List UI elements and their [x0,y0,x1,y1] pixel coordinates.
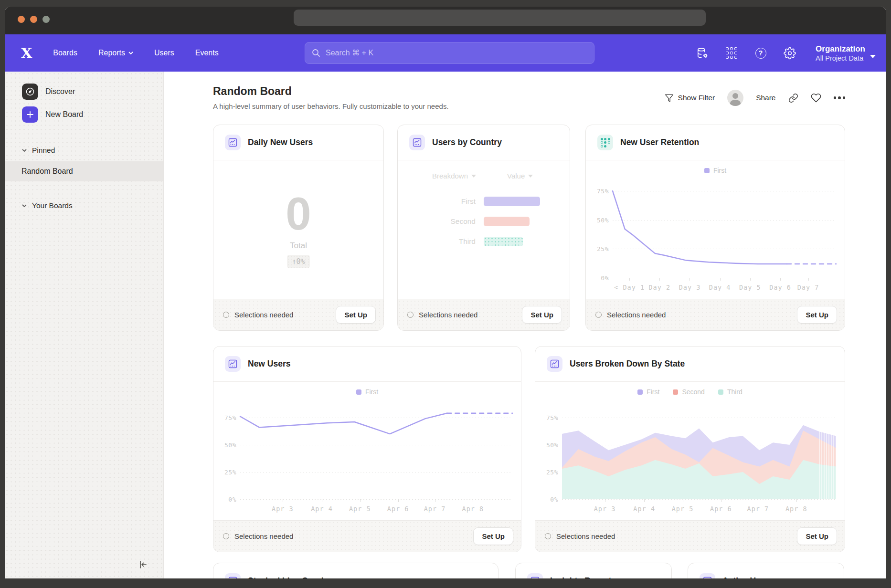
retention-line-chart: First75%50%25%0%< Day 1Day 2Day 3Day 4Da… [586,160,845,299]
country-row: First [398,197,570,206]
traffic-lights[interactable] [18,16,50,23]
row-bar [484,237,523,246]
y-axis-label: 75% [537,414,558,421]
insights-chart-icon [527,573,543,579]
card-status: Selections needed [223,311,293,319]
chart-legend: First [213,388,521,396]
nav-item-label: Events [195,49,219,57]
metric-delta-badge: ↑0% [287,255,309,268]
value-dropdown[interactable]: Value [507,172,533,180]
x-axis-tick [808,278,809,281]
gear-icon[interactable] [784,47,796,59]
screen: X Boards Reports Users Events [0,0,891,588]
sidebar-section-your-boards[interactable]: Your Boards [22,198,163,214]
top-navbar: X Boards Reports Users Events [5,34,886,72]
card-users-broken-down-by-state: Users Broken Down By State FirstSecondTh… [535,346,845,552]
status-circle-icon [595,312,602,318]
chevron-down-icon [22,149,27,152]
chevron-down-icon [528,175,533,178]
legend-item[interactable]: First [704,167,726,174]
nav-item-label: Boards [53,49,77,57]
sidebar-item-random-board[interactable]: Random Board [5,161,163,181]
gridline [562,499,836,500]
metric-label: Total [290,241,307,251]
x-axis-label: Apr 5 [349,505,371,513]
row-label: Second [398,217,476,226]
link-icon[interactable] [788,93,798,103]
apps-grid-icon[interactable] [725,47,738,59]
chart-plot-area: 75%50%25%0%Apr 3Apr 4Apr 5Apr 6Apr 7Apr … [562,407,836,499]
minimize-window-button[interactable] [30,16,37,23]
org-switcher[interactable]: Organization All Project Data [816,44,876,62]
x-axis-tick [720,278,721,281]
search-input[interactable] [326,49,587,57]
mixpanel-logo[interactable]: X [21,45,32,61]
sidebar-section-pinned[interactable]: Pinned [22,142,163,158]
row-bar [484,217,530,226]
nav-menu: Boards Reports Users Events [53,49,218,57]
x-axis-tick [780,278,781,281]
legend-swatch-icon [356,389,361,395]
breakdown-dropdown[interactable]: Breakdown [404,172,476,180]
status-label: Selections needed [234,532,293,540]
legend-item[interactable]: Second [673,388,704,396]
nav-item-users[interactable]: Users [154,49,174,57]
x-axis-tick [796,499,797,502]
status-label: Selections needed [419,311,477,319]
data-management-icon[interactable] [696,47,709,59]
address-bar[interactable] [294,10,706,26]
metric-value: 0 [286,191,311,237]
y-axis-label: 25% [215,468,236,475]
card-active-users: Active Users [688,563,844,578]
set-up-button[interactable]: Set Up [797,306,837,324]
sidebar-item-new-board[interactable]: New Board [22,103,163,126]
card-status: Selections needed [595,311,666,319]
zoom-window-button[interactable] [42,16,50,23]
card-title: Daily New Users [248,137,313,147]
collapse-sidebar-icon[interactable] [138,560,148,569]
x-axis-label: Apr 6 [387,505,409,513]
x-axis-label: Apr 5 [672,505,694,513]
x-axis-tick [683,499,683,502]
legend-item[interactable]: First [356,388,378,396]
main-content: Random Board A high-level summary of use… [164,72,886,578]
window-titlebar [5,7,886,34]
legend-item[interactable]: First [637,388,659,396]
sidebar-footer [5,550,163,578]
more-options-icon[interactable] [834,96,846,99]
help-icon[interactable]: ? [754,47,767,59]
card-title: Insights Report [550,576,611,579]
set-up-button[interactable]: Set Up [473,527,513,545]
legend-item[interactable]: Third [718,388,742,396]
nav-right-icons: ? Organization All Project Data [696,44,876,62]
x-axis-label: < Day 1 [614,284,645,291]
sidebar-item-discover[interactable]: Discover [22,80,163,103]
x-axis-tick [360,499,361,502]
org-project: All Project Data [816,54,865,62]
avatar[interactable] [727,90,743,106]
x-axis-tick [629,278,630,281]
y-axis-label: 0% [215,496,236,503]
nav-item-reports[interactable]: Reports [98,49,133,57]
set-up-button[interactable]: Set Up [797,527,837,545]
card-title: New User Retention [620,137,699,147]
show-filter-button[interactable]: Show Filter [665,94,715,103]
set-up-button[interactable]: Set Up [522,306,562,324]
close-window-button[interactable] [18,16,25,23]
x-axis-label: Apr 6 [710,505,732,513]
card-new-users: New Users First75%50%25%0%Apr 3Apr 4Apr … [213,346,521,552]
compass-icon [22,84,38,100]
nav-item-boards[interactable]: Boards [53,49,77,57]
card-title: Stacked Line Graph [248,576,326,579]
search-bar[interactable] [305,42,594,64]
set-up-button[interactable]: Set Up [336,306,376,324]
x-axis-tick [750,278,751,281]
heart-icon[interactable] [811,93,821,103]
nav-item-events[interactable]: Events [195,49,219,57]
chevron-down-icon [128,52,133,54]
nav-item-label: Users [154,49,174,57]
chart-legend: FirstSecondThird [535,388,845,396]
share-label: Share [756,94,775,102]
share-button[interactable]: Share [756,94,775,102]
filter-icon [665,94,674,103]
